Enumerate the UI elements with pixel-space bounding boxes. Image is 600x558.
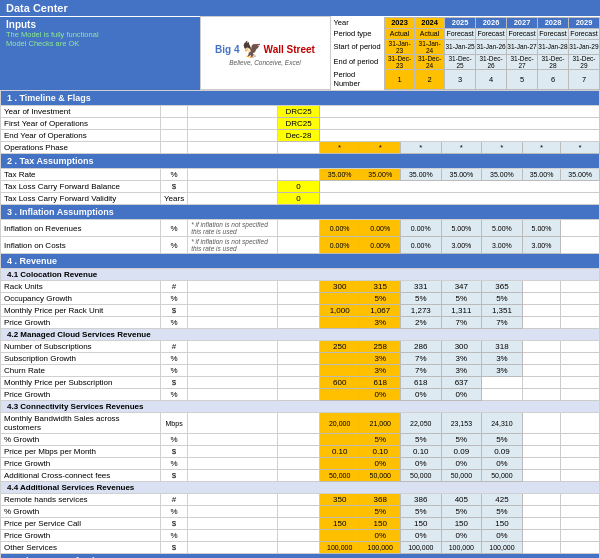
first-year-ops-input[interactable]: DRC25 (278, 118, 320, 130)
tax-loss-row: Tax Loss Carry Forward Balance $ 0 (1, 181, 600, 193)
rack-y4: 347 (441, 281, 482, 293)
logo-wallstreet: Wall Street (264, 44, 315, 55)
monthly-sub-label: Monthly Price per Subscription (1, 377, 161, 389)
ns-y3: 286 (401, 341, 442, 353)
bandwidth-growth-label: % Growth (1, 434, 161, 446)
section-42-label: 4.2 Managed Cloud Services Revenue (1, 329, 600, 341)
section-5-label: 5 . Direct Cost of Sales (1, 554, 600, 559)
bwg-y4: 5% (441, 434, 482, 446)
tax-rate-row: Tax Rate % 35.00% 35.00% 35.00% 35.00% 3… (1, 169, 600, 181)
period-num-3: 3 (445, 69, 476, 89)
period-type-actual-2: Actual (415, 28, 445, 39)
occupancy-row: Occupancy Growth % 5% 5% 5% 5% (1, 293, 600, 305)
pgr-y1 (319, 317, 360, 329)
bandwidth-unit: Mbps (161, 413, 188, 434)
tax-validity-unit: Years (161, 193, 188, 205)
year-2027: 2027 (507, 17, 538, 28)
cc-y2: 50,000 (360, 470, 401, 482)
price-service-label: Price per Service Call (1, 518, 161, 530)
mpr-y2: 1,067 (360, 305, 401, 317)
bandwidth-label: Monthly Bandwidth Sales across customers (1, 413, 161, 434)
mpr-y1: 1,000 (319, 305, 360, 317)
start-2028: 31-Jan-28 (537, 39, 568, 54)
section-4-label: 4 . Revenue (1, 254, 600, 269)
pm-y4: 0.09 (441, 446, 482, 458)
tax-rate-unit: % (161, 169, 188, 181)
period-type-actual-1: Actual (385, 28, 415, 39)
inf-cost-y1: 0.00% (319, 237, 360, 254)
cross-connect-unit: $ (161, 470, 188, 482)
os-y2: 100,000 (360, 542, 401, 554)
remote-hands-label: Remote hands services (1, 494, 161, 506)
bw-y3: 22,050 (401, 413, 442, 434)
inf-rev-y1: 0.00% (319, 220, 360, 237)
sub-growth-row: Subscription Growth % 3% 7% 3% 3% (1, 353, 600, 365)
price-growth-rack-unit: % (161, 317, 188, 329)
churn-label: Churn Rate (1, 365, 161, 377)
bandwidth-growth-row: % Growth % 5% 5% 5% 5% (1, 434, 600, 446)
price-growth-rack-row: Price Growth % 3% 2% 7% 7% (1, 317, 600, 329)
mpr-y5: 1,351 (482, 305, 523, 317)
pgr-y3: 2% (401, 317, 442, 329)
spg-y4: 0% (441, 389, 482, 401)
section-2-label: 2 . Tax Assumptions (1, 154, 600, 169)
period-type-fc-4: Forecast (537, 28, 568, 39)
price-growth-rack-label: Price Growth (1, 317, 161, 329)
spg-y2: 0% (360, 389, 401, 401)
ms-y1: 600 (319, 377, 360, 389)
bwg-y2: 5% (360, 434, 401, 446)
start-2024: 31-Jan-24 (415, 39, 445, 54)
rack-y1: 300 (319, 281, 360, 293)
section-1-header: 1 . Timeline & Flags (1, 91, 600, 106)
pg43-y2: 0% (360, 458, 401, 470)
tax-rate-y3: 35.00% (401, 169, 442, 181)
os-y1: 100,000 (319, 542, 360, 554)
os-y3: 100,000 (401, 542, 442, 554)
end-2026: 31-Dec-26 (476, 54, 507, 69)
tax-loss-input[interactable]: 0 (278, 181, 320, 193)
ns-y4: 300 (441, 341, 482, 353)
tax-validity-row: Tax Loss Carry Forward Validity Years 0 (1, 193, 600, 205)
price-mbps-unit: $ (161, 446, 188, 458)
pg44-y1 (319, 530, 360, 542)
tax-validity-input[interactable]: 0 (278, 193, 320, 205)
period-type-fc-5: Forecast (568, 28, 599, 39)
inf-rev-y3: 0.00% (401, 220, 442, 237)
logo-tagline: Believe, Conceive, Excel (201, 59, 330, 66)
inflation-rev-row: Inflation on Revenues % * if inflation i… (1, 220, 600, 237)
churn-row: Churn Rate % 3% 7% 3% 3% (1, 365, 600, 377)
main-data-table: 1 . Timeline & Flags Year of Investment … (0, 90, 600, 558)
end-year-ops-input[interactable]: Dec-28 (278, 130, 320, 142)
occ-y5: 5% (482, 293, 523, 305)
year-invest-input[interactable]: DRC25 (278, 106, 320, 118)
os-y5: 100,000 (482, 542, 523, 554)
logo-bird-icon: 🦅 (242, 40, 262, 59)
end-period-label: End of period (331, 54, 385, 69)
period-num-5: 5 (507, 69, 538, 89)
pm-y1: 0.10 (319, 446, 360, 458)
end-2029: 31-Dec-29 (568, 54, 599, 69)
tax-rate-y4: 35.00% (441, 169, 482, 181)
pg43-y3: 0% (401, 458, 442, 470)
pm-y3: 0.10 (401, 446, 442, 458)
spg-y3: 0% (401, 389, 442, 401)
end-2024: 31-Dec-24 (415, 54, 445, 69)
ops-phase-label: Operations Phase (1, 142, 161, 154)
ops-phase-y2: * (360, 142, 401, 154)
cross-connect-label: Additional Cross-connect fees (1, 470, 161, 482)
sub-price-growth-label: Price Growth (1, 389, 161, 401)
section-3-header: 3 . Inflation Assumptions (1, 205, 600, 220)
price-service-unit: $ (161, 518, 188, 530)
tax-loss-label: Tax Loss Carry Forward Balance (1, 181, 161, 193)
tax-loss-unit: $ (161, 181, 188, 193)
os-y4: 100,000 (441, 542, 482, 554)
bw-y1: 20,000 (319, 413, 360, 434)
occ-y3: 5% (401, 293, 442, 305)
inflation-rev-unit: % (161, 220, 188, 237)
bandwidth-growth-unit: % (161, 434, 188, 446)
cc-y1: 50,000 (319, 470, 360, 482)
period-num-1: 1 (385, 69, 415, 89)
inf-cost-y3: 0.00% (401, 237, 442, 254)
ps-y1: 150 (319, 518, 360, 530)
cc-y5: 50,000 (482, 470, 523, 482)
